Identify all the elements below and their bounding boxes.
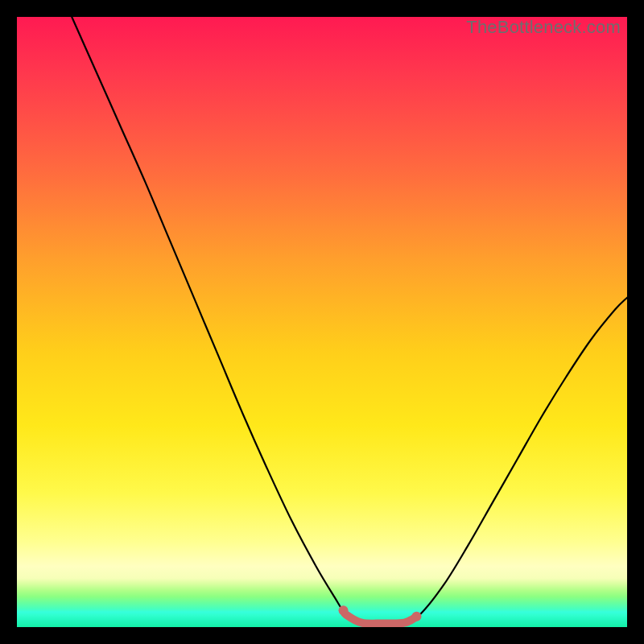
chart-line-layer xyxy=(17,17,627,627)
bottleneck-curve xyxy=(72,17,627,624)
bottleneck-curve-sweet-spot xyxy=(344,610,417,624)
watermark-text: TheBottleneck.com xyxy=(466,17,621,38)
chart-outer-frame: TheBottleneck.com xyxy=(0,0,644,644)
sweet-spot-start-dot xyxy=(339,605,349,615)
sweet-spot-end-dot xyxy=(411,612,421,621)
chart-plot-area: TheBottleneck.com xyxy=(17,17,627,627)
